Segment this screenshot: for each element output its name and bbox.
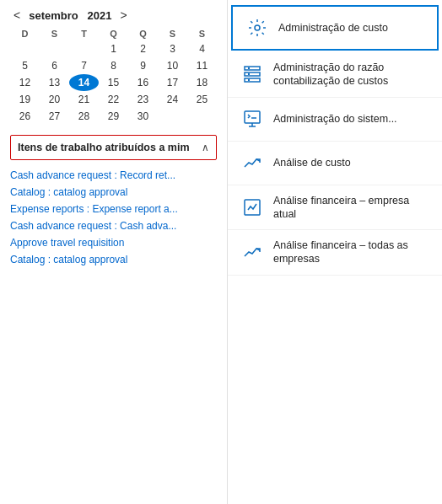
calendar-year: 2021 bbox=[88, 9, 112, 22]
calendar-day[interactable]: 2 bbox=[128, 40, 158, 57]
menu-item[interactable]: Análise financeira – todas as empresas bbox=[228, 230, 442, 276]
chevron-up-icon: ∧ bbox=[202, 142, 209, 153]
work-item-link[interactable]: Cash advance request : Cash adva... bbox=[10, 217, 217, 234]
calendar-day[interactable]: 4 bbox=[187, 40, 217, 57]
calendar-day[interactable]: 22 bbox=[99, 91, 128, 108]
calendar-month: setembro bbox=[29, 9, 78, 22]
calendar-day[interactable]: 21 bbox=[69, 91, 99, 108]
ledger-icon bbox=[240, 62, 265, 87]
calendar-day[interactable]: 24 bbox=[158, 91, 187, 108]
calendar-day[interactable]: 19 bbox=[10, 91, 40, 108]
menu-item-label: Administração do razão contabilização de… bbox=[273, 61, 430, 88]
work-items-list: Cash advance request : Record ret...Cata… bbox=[10, 167, 217, 268]
svg-rect-1 bbox=[245, 111, 260, 123]
calendar-day bbox=[187, 108, 217, 125]
calendar-month-year: setembro 2021 bbox=[29, 9, 111, 22]
calendar-day-header: S bbox=[158, 27, 187, 40]
cost-admin-icon bbox=[245, 15, 270, 40]
calendar-day-header: S bbox=[40, 27, 69, 40]
prev-month-button[interactable]: < bbox=[10, 8, 24, 22]
calendar-day[interactable]: 26 bbox=[10, 108, 40, 125]
calendar-day[interactable]: 9 bbox=[128, 57, 158, 74]
calendar-day[interactable]: 16 bbox=[128, 74, 158, 91]
calendar-day-header: D bbox=[10, 27, 40, 40]
calendar-day[interactable]: 11 bbox=[187, 57, 217, 74]
calendar-day[interactable]: 27 bbox=[40, 108, 69, 125]
calendar-day-header: T bbox=[69, 27, 99, 40]
calendar-day[interactable]: 10 bbox=[158, 57, 187, 74]
calendar-day[interactable]: 30 bbox=[128, 108, 158, 125]
calendar-day[interactable]: 13 bbox=[40, 74, 69, 91]
calendar-day[interactable]: 25 bbox=[187, 91, 217, 108]
calendar-day[interactable]: 29 bbox=[99, 108, 128, 125]
calendar-day[interactable]: 12 bbox=[10, 74, 40, 91]
work-items-header[interactable]: Itens de trabalho atribuídos a mim ∧ bbox=[10, 135, 217, 160]
calendar-day[interactable]: 8 bbox=[99, 57, 128, 74]
left-panel: < setembro 2021 > DSTQQSS 12345678910111… bbox=[0, 0, 228, 504]
work-item-link[interactable]: Expense reports : Expense report a... bbox=[10, 201, 217, 217]
calendar-day[interactable]: 5 bbox=[10, 57, 40, 74]
calendar-day-header: S bbox=[187, 27, 217, 40]
financial-analysis-icon bbox=[240, 195, 265, 220]
menu-list: Administração de custo Administração do … bbox=[228, 5, 442, 276]
calendar-header: < setembro 2021 > bbox=[10, 8, 217, 22]
next-month-button[interactable]: > bbox=[116, 8, 130, 22]
menu-item-label: Administração do sistem... bbox=[273, 112, 397, 126]
work-item-link[interactable]: Cash advance request : Record ret... bbox=[10, 167, 217, 184]
menu-item-label: Análise financeira – todas as empresas bbox=[273, 239, 430, 266]
calendar-day[interactable]: 28 bbox=[69, 108, 99, 125]
calendar-grid: DSTQQSS 12345678910111213141516171819202… bbox=[10, 27, 217, 125]
calendar-day[interactable]: 20 bbox=[40, 91, 69, 108]
calendar-day[interactable]: 17 bbox=[158, 74, 187, 91]
cost-analysis-icon bbox=[240, 150, 265, 175]
work-item-link[interactable]: Catalog : catalog approval bbox=[10, 184, 217, 201]
calendar-day[interactable]: 23 bbox=[128, 91, 158, 108]
menu-item-label: Análise de custo bbox=[273, 156, 351, 169]
calendar-day[interactable]: 1 bbox=[99, 40, 128, 57]
menu-item[interactable]: Administração do sistem... bbox=[228, 98, 442, 142]
work-items-title: Itens de trabalho atribuídos a mim bbox=[18, 141, 198, 154]
menu-item-label: Análise financeira – empresa atual bbox=[273, 194, 430, 222]
calendar-day-header: Q bbox=[128, 27, 158, 40]
menu-item[interactable]: Administração de custo bbox=[231, 5, 439, 51]
calendar-day bbox=[69, 40, 99, 57]
calendar-day[interactable]: 6 bbox=[40, 57, 69, 74]
calendar-day[interactable]: 3 bbox=[158, 40, 187, 57]
financial-all-icon bbox=[240, 239, 265, 265]
system-admin-icon bbox=[240, 106, 265, 131]
calendar-day bbox=[158, 108, 187, 125]
calendar-day bbox=[10, 40, 40, 57]
calendar-day[interactable]: 18 bbox=[187, 74, 217, 91]
svg-point-0 bbox=[255, 25, 260, 30]
right-panel: Administração de custo Administração do … bbox=[228, 0, 442, 504]
menu-item[interactable]: Análise de custo bbox=[228, 142, 442, 185]
work-item-link[interactable]: Catalog : catalog approval bbox=[10, 251, 217, 268]
calendar-day-header: Q bbox=[99, 27, 128, 40]
menu-item[interactable]: Análise financeira – empresa atual bbox=[228, 185, 442, 231]
calendar-day[interactable]: 14 bbox=[69, 74, 99, 91]
menu-item[interactable]: Administração do razão contabilização de… bbox=[228, 52, 442, 98]
work-item-link[interactable]: Approve travel requisition bbox=[10, 234, 217, 251]
menu-item-label: Administração de custo bbox=[278, 21, 388, 35]
calendar-day[interactable]: 7 bbox=[69, 57, 99, 74]
calendar-day bbox=[40, 40, 69, 57]
calendar-day[interactable]: 15 bbox=[99, 74, 128, 91]
